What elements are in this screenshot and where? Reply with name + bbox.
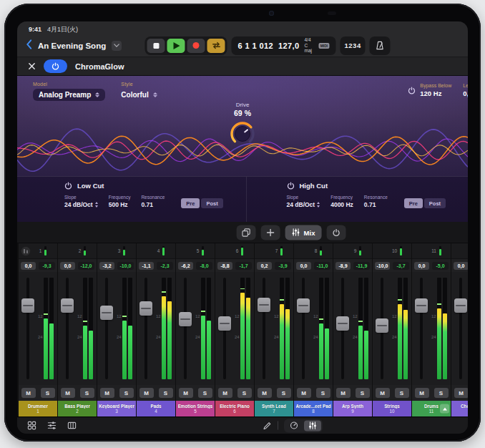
peak-value[interactable]: -11,9 [353, 262, 370, 270]
track-label[interactable]: Arp Synth9 [333, 401, 372, 417]
fader-track[interactable] [263, 278, 265, 379]
fader-handle[interactable] [139, 301, 152, 316]
peak-value[interactable]: -10,0 [117, 262, 134, 270]
fader-track[interactable] [420, 278, 423, 379]
fader-handle[interactable] [100, 306, 113, 320]
editors-button[interactable] [47, 421, 57, 430]
solo-button[interactable]: S [80, 388, 94, 398]
track-label[interactable]: Drums11 [412, 401, 451, 417]
solo-button[interactable]: S [198, 388, 212, 398]
solo-button[interactable]: S [395, 388, 409, 398]
count-in-button[interactable]: 1234 [341, 36, 366, 55]
controls-view-button[interactable] [285, 420, 303, 431]
level-control[interactable]: Level 0,0 [463, 83, 468, 97]
track-label[interactable]: Strings10 [373, 401, 411, 417]
fader-track[interactable] [66, 278, 69, 379]
volume-value[interactable]: 0,2 [257, 262, 272, 270]
low-cut-resonance[interactable]: Resonance 0.71 [141, 195, 165, 208]
volume-value[interactable]: 0,0 [21, 262, 36, 270]
peak-value[interactable]: -3,7 [393, 262, 409, 270]
track-label[interactable]: Chorus V12 [451, 401, 468, 417]
solo-button[interactable]: S [41, 388, 55, 398]
mute-button[interactable]: M [21, 388, 36, 398]
peak-value[interactable]: -1,7 [235, 262, 252, 270]
stop-button[interactable] [147, 39, 165, 53]
solo-button[interactable]: S [119, 388, 134, 398]
close-icon[interactable] [28, 60, 36, 73]
plugin-power-button[interactable] [44, 59, 67, 73]
fader-track[interactable] [459, 278, 462, 379]
mute-button[interactable]: M [100, 388, 114, 398]
style-control[interactable]: Style Colorful [121, 82, 157, 101]
fader-handle[interactable] [61, 298, 74, 313]
track-label[interactable]: Keyboard Player3 [97, 401, 136, 417]
mute-button[interactable]: M [415, 388, 429, 398]
volume-value[interactable]: 0,0 [414, 262, 429, 270]
metronome-button[interactable] [370, 36, 391, 55]
song-menu-button[interactable] [112, 41, 122, 51]
track-label[interactable]: Arcade...eet Pad8 [294, 401, 333, 417]
mix-view-button[interactable]: Mix [285, 225, 322, 240]
fader-handle[interactable] [454, 298, 467, 313]
pre-button[interactable]: Pre [181, 198, 200, 208]
mixer-view-button[interactable] [304, 420, 321, 431]
peak-value[interactable]: -11,0 [314, 262, 330, 270]
song-title[interactable]: An Evening Song [38, 42, 106, 50]
post-button[interactable]: Post [201, 198, 222, 208]
volume-value[interactable]: 0,0 [60, 262, 75, 270]
volume-value[interactable]: -10,0 [375, 262, 390, 270]
peak-value[interactable]: -2,3 [157, 262, 173, 270]
add-track-button[interactable] [261, 225, 280, 240]
power-icon[interactable] [408, 87, 416, 94]
mute-button[interactable]: M [61, 388, 75, 398]
lcd-display[interactable]: 6 1 1 012 127,0 4/4 C maj MIDI [231, 36, 335, 55]
mute-button[interactable]: M [179, 388, 193, 398]
cycle-button[interactable] [207, 39, 225, 53]
volume-value[interactable]: 0,0 [296, 262, 311, 270]
fader-track[interactable] [302, 278, 305, 379]
track-label[interactable]: Emotion Strings5 [176, 401, 215, 417]
solo-button[interactable]: S [277, 388, 291, 398]
low-cut-slope[interactable]: Slope 24 dB/Oct [64, 195, 98, 208]
volume-value[interactable]: -6,2 [178, 262, 193, 270]
mixer-overview-button[interactable] [21, 246, 31, 259]
fader-track[interactable] [105, 278, 108, 379]
duplicate-button[interactable] [237, 225, 256, 240]
mute-button[interactable]: M [454, 388, 469, 398]
browser-button[interactable] [27, 421, 36, 430]
fader-handle[interactable] [415, 298, 428, 313]
fader-handle[interactable] [336, 316, 349, 331]
track-label[interactable]: Drummer1 [19, 401, 57, 417]
keyboard-button[interactable] [67, 421, 77, 430]
fader-track[interactable] [26, 278, 29, 379]
peak-value[interactable]: -8,0 [196, 262, 212, 270]
record-button[interactable] [187, 39, 205, 53]
peak-value[interactable]: -3,9 [275, 262, 291, 270]
mixer-power-button[interactable] [326, 225, 346, 240]
fader-handle[interactable] [297, 298, 310, 313]
volume-value[interactable]: -1,1 [139, 262, 154, 270]
track-label[interactable]: Pads4 [137, 401, 175, 417]
fader-handle[interactable] [376, 318, 388, 333]
mute-button[interactable]: M [336, 388, 351, 398]
low-cut-power-button[interactable] [64, 182, 72, 190]
high-cut-frequency[interactable]: Frequency 4000 Hz [330, 195, 353, 208]
post-button[interactable]: Post [424, 198, 446, 208]
volume-value[interactable]: 0,0 [454, 262, 468, 270]
high-cut-power-button[interactable] [287, 182, 295, 190]
pre-button[interactable]: Pre [404, 198, 423, 208]
solo-button[interactable]: S [434, 388, 449, 398]
fader-track[interactable] [144, 278, 147, 379]
volume-value[interactable]: -8,9 [335, 262, 351, 270]
track-label[interactable]: Electric Piano6 [215, 401, 254, 417]
drive-knob[interactable] [228, 120, 257, 148]
fader-handle[interactable] [179, 312, 192, 326]
mute-button[interactable]: M [297, 388, 311, 398]
play-button[interactable] [167, 39, 185, 53]
fader-handle[interactable] [258, 298, 270, 312]
mute-button[interactable]: M [139, 388, 154, 398]
solo-button[interactable]: S [356, 388, 370, 398]
peak-value[interactable]: -5,0 [432, 262, 449, 270]
expand-track-stack-icon[interactable] [440, 404, 449, 414]
back-chevron-icon[interactable] [26, 39, 32, 52]
